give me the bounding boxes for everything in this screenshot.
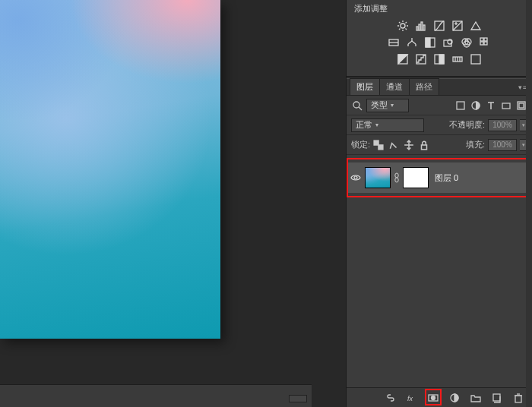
filter-pixel-icon[interactable] <box>454 99 467 112</box>
threshold-icon[interactable] <box>433 53 445 65</box>
document-workspace <box>0 0 312 407</box>
svg-rect-32 <box>484 38 487 41</box>
visibility-toggle[interactable] <box>347 174 365 181</box>
search-icon[interactable] <box>351 99 363 112</box>
adjustments-grid <box>347 17 532 76</box>
chevron-down-icon: ▾ <box>391 102 394 109</box>
svg-rect-64 <box>493 394 500 401</box>
svg-line-7 <box>399 29 401 30</box>
svg-rect-49 <box>502 103 510 109</box>
filter-shape-icon[interactable] <box>500 99 512 112</box>
document-canvas[interactable] <box>0 0 220 339</box>
svg-marker-36 <box>398 55 407 64</box>
hue-sat-icon[interactable] <box>388 36 400 49</box>
svg-rect-34 <box>484 42 487 45</box>
vibrance-icon[interactable] <box>470 20 482 32</box>
svg-rect-10 <box>419 24 420 30</box>
svg-point-58 <box>395 173 398 178</box>
levels-icon[interactable] <box>415 20 427 32</box>
new-layer-icon[interactable] <box>491 392 503 404</box>
black-white-icon[interactable] <box>424 36 436 49</box>
svg-marker-18 <box>471 22 480 30</box>
svg-line-46 <box>359 107 362 110</box>
channel-mixer-icon[interactable] <box>461 36 473 49</box>
chevron-down-icon: ▾ <box>375 121 378 128</box>
new-group-icon[interactable] <box>470 392 482 404</box>
layer-list: 图层 0 <box>347 155 532 402</box>
exposure-icon[interactable] <box>451 20 464 32</box>
blend-mode-row: 正常 ▾ 不透明度: 100% ▾ <box>347 115 532 135</box>
color-balance-icon[interactable] <box>406 36 418 49</box>
blend-mode-select[interactable]: 正常 ▾ <box>351 118 424 132</box>
svg-point-57 <box>354 176 357 179</box>
fill-label: 填充: <box>466 139 485 150</box>
layer-thumbnail[interactable] <box>365 167 391 188</box>
add-mask-icon[interactable] <box>427 392 439 404</box>
invert-icon[interactable] <box>397 53 409 65</box>
svg-rect-9 <box>416 27 418 30</box>
panel-scrollbar[interactable] <box>526 0 532 407</box>
svg-rect-33 <box>480 42 483 45</box>
svg-rect-65 <box>515 396 521 402</box>
curves-icon[interactable] <box>433 20 445 32</box>
filter-adjust-icon[interactable] <box>470 99 482 112</box>
new-fill-adjust-icon[interactable] <box>448 392 461 404</box>
svg-rect-12 <box>423 25 425 30</box>
brightness-contrast-icon[interactable] <box>397 20 409 32</box>
selective-color-icon[interactable] <box>470 53 482 65</box>
lock-row: 锁定: 填充: 100% ▾ <box>347 135 532 155</box>
lock-image-icon[interactable] <box>388 140 399 150</box>
tab-paths[interactable]: 路径 <box>409 78 439 95</box>
lock-all-icon[interactable] <box>419 140 429 150</box>
svg-point-45 <box>353 102 359 108</box>
svg-line-5 <box>399 22 401 24</box>
layers-bottom-bar: fx <box>347 387 532 407</box>
filter-kind-label: 类型 <box>371 99 388 111</box>
photo-filter-icon[interactable] <box>442 36 454 49</box>
lock-label: 锁定: <box>351 139 370 150</box>
tab-layers[interactable]: 图层 <box>350 78 380 95</box>
link-layers-icon[interactable] <box>385 392 397 404</box>
svg-text:fx: fx <box>407 395 413 402</box>
opacity-label: 不透明度: <box>449 119 485 131</box>
filter-type-icon[interactable] <box>485 99 497 112</box>
posterize-icon[interactable] <box>415 53 427 65</box>
lock-position-icon[interactable] <box>404 140 414 150</box>
fx-icon[interactable]: fx <box>406 392 418 404</box>
svg-rect-47 <box>457 102 464 109</box>
svg-rect-25 <box>426 38 430 47</box>
svg-rect-44 <box>471 55 480 64</box>
svg-rect-39 <box>439 55 444 64</box>
svg-rect-56 <box>422 145 427 150</box>
svg-rect-52 <box>374 140 378 145</box>
svg-line-15 <box>453 21 462 30</box>
right-panel: 添加调整 <box>347 0 532 407</box>
layer-filter-row: 类型 ▾ <box>347 96 532 115</box>
fill-value[interactable]: 100% <box>488 139 517 151</box>
svg-point-59 <box>395 178 398 182</box>
delete-layer-icon[interactable] <box>512 392 524 404</box>
layer-mask-thumbnail[interactable] <box>403 167 429 188</box>
mask-link-icon[interactable] <box>394 172 400 183</box>
panel-gutter <box>312 0 346 407</box>
svg-point-62 <box>432 396 435 399</box>
document-status-bar <box>0 384 312 407</box>
lock-transparent-icon[interactable] <box>373 140 384 150</box>
svg-rect-31 <box>480 38 483 41</box>
layer-row[interactable]: 图层 0 <box>347 162 532 193</box>
color-lookup-icon[interactable] <box>479 36 491 49</box>
svg-line-8 <box>406 22 407 24</box>
layers-panel-tabs: 图层 通道 路径 ▾≡ <box>347 79 532 96</box>
gradient-map-icon[interactable] <box>451 53 464 65</box>
svg-rect-11 <box>421 22 423 30</box>
zoom-slider[interactable] <box>289 395 307 402</box>
adjustments-panel-title: 添加调整 <box>347 0 532 17</box>
svg-rect-53 <box>378 145 383 150</box>
opacity-value[interactable]: 100% <box>488 119 517 131</box>
svg-line-6 <box>406 29 407 30</box>
layer-name[interactable]: 图层 0 <box>435 172 458 184</box>
tab-channels[interactable]: 通道 <box>379 78 410 95</box>
svg-rect-51 <box>519 103 524 108</box>
filter-kind-select[interactable]: 类型 ▾ <box>366 99 409 112</box>
blend-mode-value: 正常 <box>356 119 372 131</box>
